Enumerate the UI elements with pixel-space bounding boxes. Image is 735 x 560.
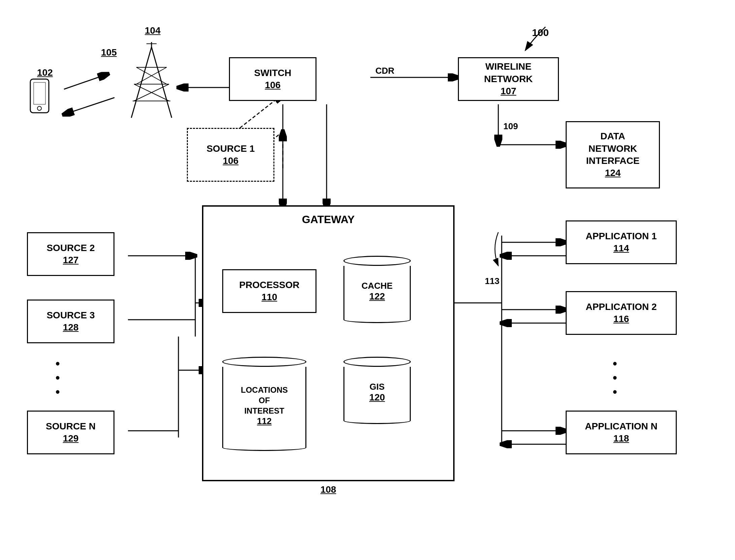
app2-ref: 116 <box>613 313 629 325</box>
wireline-network-box: WIRELINENETWORK 107 <box>458 57 559 101</box>
sourceN-label: SOURCE N <box>46 420 96 432</box>
sourceN-box: SOURCE N 129 <box>27 411 114 454</box>
ref-109-label: 109 <box>503 121 518 132</box>
gis-top <box>343 357 411 367</box>
locations-top <box>222 357 306 367</box>
cache-label: CACHE <box>362 281 393 291</box>
gateway-label: GATEWAY <box>302 213 355 226</box>
diagram: 100 SWITCH 106 WIRELINENETWORK 107 CDR 1… <box>0 0 735 560</box>
locations-label: LOCATIONSOFINTEREST <box>241 385 288 416</box>
gis-bottom <box>343 417 411 424</box>
gis-body: GIS 120 <box>343 367 411 418</box>
locations-ref: 112 <box>257 416 271 426</box>
app1-box: APPLICATION 1 114 <box>566 220 677 264</box>
cache-cylinder: CACHE 122 <box>343 256 411 323</box>
svg-line-34 <box>131 47 152 118</box>
dni-ref: 124 <box>605 167 621 179</box>
source3-label: SOURCE 3 <box>46 309 95 321</box>
mobile-device: 102 <box>27 77 54 119</box>
antenna-ref: 104 <box>145 25 161 36</box>
wireline-label: WIRELINENETWORK <box>484 61 533 85</box>
locations-cylinder: LOCATIONSOFINTEREST 112 <box>222 357 306 451</box>
svg-line-6 <box>64 74 108 89</box>
cache-body: CACHE 122 <box>343 266 411 317</box>
dni-label: DATANETWORKINTERFACE <box>586 130 640 167</box>
source2-label: SOURCE 2 <box>46 242 95 254</box>
gis-cylinder: GIS 120 <box>343 357 411 424</box>
signal-ref: 105 <box>101 47 117 58</box>
svg-rect-32 <box>34 82 45 104</box>
svg-line-35 <box>152 47 172 118</box>
app1-label: APPLICATION 1 <box>586 230 657 242</box>
gis-label: GIS <box>370 382 385 392</box>
svg-line-5 <box>64 98 114 114</box>
cache-top <box>343 256 411 266</box>
switch-ref: 106 <box>265 79 281 91</box>
app1-ref: 114 <box>613 242 629 254</box>
gis-ref: 120 <box>369 392 385 403</box>
cache-ref: 122 <box>369 291 385 302</box>
locations-body: LOCATIONSOFINTEREST 112 <box>222 367 306 445</box>
processor-label: PROCESSOR <box>239 279 300 291</box>
sourceN-ref: 129 <box>63 432 79 445</box>
switch-box: SWITCH 106 <box>229 57 316 101</box>
source3-box: SOURCE 3 128 <box>27 300 114 343</box>
cache-bottom <box>343 316 411 323</box>
processor-box: PROCESSOR 110 <box>222 269 316 313</box>
ref-100: 100 <box>532 27 549 38</box>
mobile-ref: 102 <box>37 67 53 78</box>
appN-box: APPLICATION N 118 <box>566 411 677 454</box>
source2-ref: 127 <box>63 254 79 266</box>
appN-ref: 118 <box>613 432 629 445</box>
cdr-label: CDR <box>375 66 394 76</box>
dots-sources: ••• <box>56 357 60 399</box>
source1-ref: 106 <box>223 155 239 167</box>
antenna-tower: 104 105 <box>118 40 185 126</box>
processor-ref: 110 <box>262 291 277 303</box>
data-network-interface-box: DATANETWORKINTERFACE 124 <box>566 121 660 188</box>
source2-box: SOURCE 2 127 <box>27 232 114 276</box>
source1-label: SOURCE 1 <box>206 143 255 155</box>
appN-label: APPLICATION N <box>585 420 658 432</box>
locations-bottom <box>222 444 306 451</box>
ref-113-label: 113 <box>485 276 499 286</box>
source3-ref: 128 <box>63 321 79 334</box>
gateway-ref: 108 <box>321 484 336 495</box>
dots-apps: ••• <box>613 357 617 399</box>
wireline-ref: 107 <box>501 85 516 97</box>
source1-box: SOURCE 1 106 <box>187 128 274 182</box>
app2-label: APPLICATION 2 <box>586 301 657 313</box>
switch-label: SWITCH <box>254 67 291 79</box>
app2-box: APPLICATION 2 116 <box>566 291 677 335</box>
